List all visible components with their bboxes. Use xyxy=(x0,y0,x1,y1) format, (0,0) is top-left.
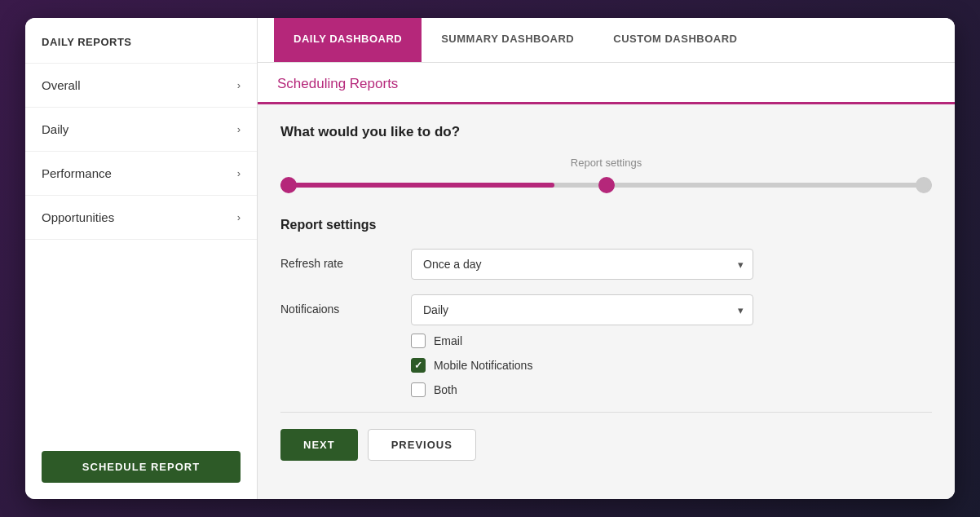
sidebar-item-performance[interactable]: Performance › xyxy=(25,152,257,196)
checkbox-mobile[interactable]: Mobile Notifications xyxy=(411,358,932,373)
progress-wrapper: Report settings xyxy=(280,157,932,195)
checkbox-mobile-label: Mobile Notifications xyxy=(434,359,532,372)
refresh-rate-row: Refresh rate Once a day Twice a day Hour… xyxy=(280,249,932,280)
sidebar-title: DAILY REPORTS xyxy=(25,18,257,64)
sidebar-item-label: Performance xyxy=(42,166,112,180)
refresh-rate-label: Refresh rate xyxy=(280,249,411,270)
what-title: What would you like to do? xyxy=(280,124,932,140)
checkbox-both-box xyxy=(411,382,426,397)
notifications-row: Notificaions Daily Weekly Monthly ▾ xyxy=(280,294,932,397)
checkbox-both-label: Both xyxy=(434,383,457,396)
sidebar-item-label: Overall xyxy=(42,78,81,92)
chevron-right-icon: › xyxy=(237,167,241,179)
sidebar-item-overall[interactable]: Overall › xyxy=(25,64,257,108)
tab-summary-dashboard[interactable]: SUMMARY DASHBOARD xyxy=(422,18,594,62)
notifications-label: Notificaions xyxy=(280,294,411,316)
content-area: What would you like to do? Report settin… xyxy=(258,104,955,499)
form-section-title: Report settings xyxy=(280,218,932,232)
refresh-rate-control: Once a day Twice a day Hourly Weekly ▾ xyxy=(411,249,932,280)
checkbox-both[interactable]: Both xyxy=(411,382,932,397)
refresh-rate-select[interactable]: Once a day Twice a day Hourly Weekly xyxy=(411,249,753,280)
checkbox-email-label: Email xyxy=(434,334,462,347)
section-header: Scheduling Reports xyxy=(258,63,955,104)
sidebar: DAILY REPORTS Overall › Daily › Performa… xyxy=(25,18,258,499)
chevron-right-icon: › xyxy=(237,123,241,135)
section-header-title: Scheduling Reports xyxy=(277,76,935,92)
next-button[interactable]: NEXT xyxy=(280,429,358,461)
step-1-dot xyxy=(280,177,297,193)
step-2-dot xyxy=(598,177,615,193)
checkbox-email-box xyxy=(411,334,426,348)
sidebar-item-label: Daily xyxy=(42,122,68,136)
checkbox-email[interactable]: Email xyxy=(411,334,932,348)
progress-label: Report settings xyxy=(280,157,932,169)
checkbox-mobile-box xyxy=(411,358,426,373)
sidebar-item-daily[interactable]: Daily › xyxy=(25,108,257,152)
notifications-control: Daily Weekly Monthly ▾ Email xyxy=(411,294,932,397)
refresh-rate-select-wrapper: Once a day Twice a day Hourly Weekly ▾ xyxy=(411,249,753,280)
app-container: DAILY REPORTS Overall › Daily › Performa… xyxy=(25,18,955,499)
sidebar-item-label: Opportunities xyxy=(42,210,114,224)
main-content: DAILY DASHBOARD SUMMARY DASHBOARD CUSTOM… xyxy=(258,18,955,499)
chevron-right-icon: › xyxy=(237,211,241,223)
notifications-select[interactable]: Daily Weekly Monthly xyxy=(411,294,753,325)
tab-custom-dashboard[interactable]: CUSTOM DASHBOARD xyxy=(594,18,757,62)
sidebar-item-opportunities[interactable]: Opportunities › xyxy=(25,196,257,240)
divider xyxy=(280,412,932,413)
checkboxes-area: Email Mobile Notifications Both xyxy=(411,334,932,397)
tabs-bar: DAILY DASHBOARD SUMMARY DASHBOARD CUSTOM… xyxy=(258,18,955,63)
notifications-select-wrapper: Daily Weekly Monthly ▾ xyxy=(411,294,753,325)
footer-buttons: NEXT PREVIOUS xyxy=(280,429,932,461)
tab-daily-dashboard[interactable]: DAILY DASHBOARD xyxy=(274,18,422,62)
previous-button[interactable]: PREVIOUS xyxy=(368,429,476,461)
chevron-right-icon: › xyxy=(237,79,241,91)
schedule-report-button[interactable]: SCHEDULE REPORT xyxy=(42,451,241,483)
step-3-dot xyxy=(916,177,932,193)
